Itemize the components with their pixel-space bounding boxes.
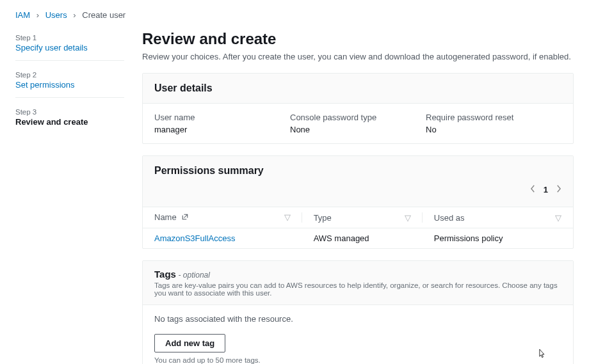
page-title: Review and create — [142, 30, 574, 48]
pager-prev[interactable] — [530, 184, 536, 195]
col-label: Used as — [434, 213, 465, 223]
sort-icon: ▽ — [555, 213, 561, 223]
permissions-panel: Permissions summary 1 Name ▽ — [142, 155, 574, 249]
detail-username: User name manager — [154, 113, 290, 134]
wizard-steps: Step 1 Specify user details Step 2 Set p… — [15, 30, 124, 364]
step-label: Step 1 — [15, 34, 124, 42]
tags-limit-note: You can add up to 50 more tags. — [154, 356, 561, 364]
cell-type: AWS managed — [302, 228, 423, 249]
step-1[interactable]: Step 1 Specify user details — [15, 30, 124, 61]
pager-current: 1 — [544, 185, 548, 194]
external-link-icon — [181, 213, 189, 223]
col-type[interactable]: Type ▽ — [302, 207, 423, 228]
sort-icon: ▽ — [284, 212, 291, 222]
tags-panel: Tags - optional Tags are key-value pairs… — [142, 260, 574, 364]
col-label: Name — [154, 212, 177, 222]
sort-icon: ▽ — [405, 213, 411, 223]
breadcrumb: IAM › Users › Create user — [15, 10, 574, 20]
col-name[interactable]: Name ▽ — [143, 207, 302, 228]
cell-used-as: Permissions policy — [423, 228, 573, 249]
detail-value: manager — [154, 125, 277, 134]
permissions-table: Name ▽ Type ▽ Used as ▽ — [143, 207, 573, 248]
pager: 1 — [154, 184, 561, 195]
detail-require-reset: Require password reset No — [426, 113, 561, 134]
step-title: Specify user details — [15, 43, 124, 52]
chevron-right-icon: › — [36, 10, 39, 20]
detail-label: Require password reset — [426, 113, 549, 122]
breadcrumb-current: Create user — [82, 10, 125, 20]
chevron-right-icon: › — [73, 10, 76, 20]
breadcrumb-users[interactable]: Users — [45, 10, 67, 20]
pager-next[interactable] — [556, 184, 561, 195]
tags-empty: No tags associated with the resource. — [154, 314, 561, 324]
panel-title: Tags — [154, 269, 176, 280]
add-tag-button[interactable]: Add new tag — [154, 334, 225, 352]
col-used-as[interactable]: Used as ▽ — [423, 207, 573, 228]
step-title: Review and create — [15, 117, 124, 127]
col-label: Type — [314, 213, 332, 223]
policy-link[interactable]: AmazonS3FullAccess — [154, 233, 235, 243]
panel-title: User details — [143, 74, 573, 104]
optional-label: - optional — [179, 271, 210, 280]
tags-description: Tags are key-value pairs you can add to … — [154, 281, 561, 297]
breadcrumb-iam[interactable]: IAM — [15, 10, 30, 20]
step-2[interactable]: Step 2 Set permissions — [15, 67, 124, 98]
step-3[interactable]: Step 3 Review and create — [15, 104, 124, 134]
step-label: Step 3 — [15, 108, 124, 116]
detail-label: User name — [154, 113, 277, 122]
step-label: Step 2 — [15, 71, 124, 79]
user-details-panel: User details User name manager Console p… — [142, 73, 574, 144]
table-row: AmazonS3FullAccess AWS managed Permissio… — [143, 228, 573, 249]
page-subtitle: Review your choices. After you create th… — [142, 52, 574, 61]
panel-title: Permissions summary — [154, 165, 561, 177]
detail-label: Console password type — [290, 113, 413, 122]
detail-password-type: Console password type None — [290, 113, 426, 134]
step-title: Set permissions — [15, 80, 124, 90]
detail-value: No — [426, 125, 549, 134]
detail-value: None — [290, 125, 413, 134]
